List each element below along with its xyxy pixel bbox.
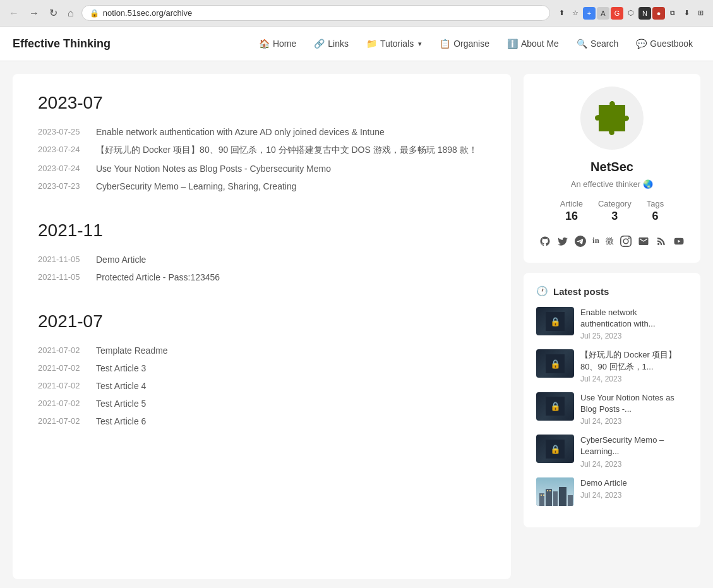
archive-title[interactable]: Use Your Notion Notes as Blog Posts - Cy…: [96, 164, 331, 174]
svg-text:🔒: 🔒: [550, 316, 561, 327]
archive-title[interactable]: CyberSecurity Memo – Learning, Sharing, …: [96, 181, 297, 191]
site-nav: Effective Thinking 🏠 Home 🔗 Links 📁 Tuto…: [0, 27, 713, 61]
svg-rect-13: [568, 495, 573, 506]
clock-icon: 🕐: [536, 285, 548, 297]
nav-links-item[interactable]: 🔗 Links: [306, 33, 356, 54]
archive-title[interactable]: Test Article 3: [96, 363, 146, 373]
archive-title[interactable]: Test Article 4: [96, 381, 146, 391]
back-button[interactable]: ←: [6, 6, 21, 20]
archive-title[interactable]: Test Article 6: [96, 416, 146, 426]
archive-section-2021-11: 2021-11 2021-11-05 Demo Article 2021-11-…: [38, 220, 486, 286]
ext3[interactable]: G: [611, 7, 623, 20]
address-bar[interactable]: 🔒 notion.51sec.org/archive: [81, 5, 550, 21]
latest-post-item[interactable]: 🔒 CyberSecurity Memo – Learning... Jul 2…: [536, 435, 688, 468]
post-title: Use Your Notion Notes as Blog Posts -...: [580, 392, 688, 415]
post-date: Jul 24, 2023: [580, 417, 688, 426]
post-thumbnail: 🔒: [536, 435, 574, 463]
post-title: Demo Article: [580, 477, 688, 489]
archive-year-2021-11: 2021-11: [38, 220, 486, 241]
ext-menu[interactable]: ⊞: [694, 7, 707, 20]
stat-article-value: 16: [565, 210, 578, 223]
latest-post-item[interactable]: 🔒 Use Your Notion Notes as Blog Posts -.…: [536, 392, 688, 426]
nav-about[interactable]: ℹ️ About Me: [500, 33, 566, 54]
archive-item: 2021-07-02 Template Readme: [38, 342, 486, 359]
archive-section-2023-07: 2023-07 2023-07-25 Enable network authen…: [38, 93, 486, 195]
archive-title[interactable]: Test Article 5: [96, 399, 146, 409]
weibo-link[interactable]: 微: [606, 236, 614, 250]
archive-date: 2023-07-23: [38, 181, 88, 191]
nav-guestbook[interactable]: 💬 Guestbook: [628, 33, 700, 54]
github-link[interactable]: [539, 236, 551, 250]
svg-rect-12: [559, 487, 566, 506]
post-thumbnail: 🔒: [536, 392, 574, 421]
archive-title[interactable]: Protected Article - Pass:123456: [96, 272, 220, 282]
puzzle-icon: [590, 96, 634, 140]
twitter-link[interactable]: [557, 236, 568, 250]
site-logo[interactable]: Effective Thinking: [13, 37, 111, 51]
reload-button[interactable]: ↻: [47, 6, 60, 20]
archive-title[interactable]: Enable network authentication with Azure…: [96, 127, 385, 137]
share-icon[interactable]: ⬆: [555, 7, 568, 20]
post-info: CyberSecurity Memo – Learning... Jul 24,…: [580, 435, 688, 468]
archive-date: 2021-11-05: [38, 255, 88, 265]
avatar: [580, 87, 644, 150]
archive-title[interactable]: Demo Article: [96, 255, 146, 265]
nav-organise[interactable]: 📋 Organise: [432, 33, 497, 54]
email-link[interactable]: [638, 236, 649, 250]
ext6[interactable]: ●: [652, 7, 665, 20]
youtube-link[interactable]: [673, 236, 685, 250]
profile-card: NetSec An effective thinker 🌏 Article 16…: [524, 74, 700, 263]
post-info: Demo Article Jul 24, 2023: [580, 477, 688, 500]
latest-post-item[interactable]: 🔒 Enable network authentication with... …: [536, 307, 688, 340]
profile-bio: An effective thinker 🌏: [571, 179, 653, 189]
archive-title[interactable]: Template Readme: [96, 345, 168, 356]
about-icon: ℹ️: [507, 39, 518, 49]
ext2[interactable]: A: [597, 7, 609, 20]
svg-rect-10: [546, 489, 552, 506]
ext4[interactable]: ⬡: [625, 7, 637, 20]
svg-text:🔒: 🔒: [550, 401, 561, 412]
archive-date: 2021-07-02: [38, 416, 88, 426]
nav-home[interactable]: 🏠 Home: [251, 33, 304, 54]
bookmark-icon[interactable]: ☆: [569, 7, 582, 20]
archive-title[interactable]: 【好玩儿的 Docker 项目】80、90 回忆杀，10 分钟搭建复古中文 DO…: [96, 145, 477, 156]
archive-date: 2021-07-02: [38, 399, 88, 409]
telegram-link[interactable]: [575, 236, 586, 250]
nav-home-label: Home: [273, 39, 296, 49]
stat-article-label: Article: [560, 199, 583, 208]
nav-about-label: About Me: [521, 39, 559, 49]
ext5[interactable]: N: [638, 7, 651, 20]
archive-item: 2023-07-23 CyberSecurity Memo – Learning…: [38, 177, 486, 195]
instagram-link[interactable]: [620, 236, 632, 250]
nav-tutorials[interactable]: 📁 Tutorials ▾: [359, 33, 429, 54]
ext1[interactable]: +: [583, 7, 596, 20]
post-title: 【好玩儿的 Docker 项目】80、90 回忆杀，1...: [580, 349, 688, 372]
latest-post-item[interactable]: Demo Article Jul 24, 2023: [536, 477, 688, 506]
latest-post-item[interactable]: 🔒 【好玩儿的 Docker 项目】80、90 回忆杀，1... Jul 24,…: [536, 349, 688, 383]
latest-posts-title: 🕐 Latest posts: [536, 285, 688, 297]
home-button[interactable]: ⌂: [65, 6, 76, 20]
nav-search[interactable]: 🔍 Search: [569, 33, 626, 54]
globe-icon: 🌏: [643, 179, 653, 189]
social-links: in 微: [539, 236, 685, 250]
ext-puzzle[interactable]: ⧉: [666, 7, 679, 20]
svg-rect-16: [547, 490, 548, 491]
post-thumbnail: 🔒: [536, 307, 574, 335]
main-container: 2023-07 2023-07-25 Enable network authen…: [0, 61, 713, 588]
linkedin-link[interactable]: in: [592, 236, 599, 250]
stat-category-value: 3: [611, 210, 618, 223]
post-info: Enable network authentication with... Ju…: [580, 307, 688, 340]
post-info: Use Your Notion Notes as Blog Posts -...…: [580, 392, 688, 426]
archive-date: 2021-07-02: [38, 345, 88, 356]
forward-button[interactable]: →: [27, 6, 42, 20]
post-date: Jul 24, 2023: [580, 491, 688, 500]
stat-tags-value: 6: [652, 210, 658, 223]
address-text: notion.51sec.org/archive: [103, 8, 542, 18]
svg-text:🔒: 🔒: [550, 358, 561, 369]
archive-item: 2021-11-05 Protected Article - Pass:1234…: [38, 268, 486, 286]
rss-link[interactable]: [656, 236, 667, 250]
stat-category-label: Category: [598, 199, 632, 208]
ext-download[interactable]: ⬇: [680, 7, 693, 20]
nav-links-label: Links: [328, 39, 349, 49]
archive-item: 2021-11-05 Demo Article: [38, 251, 486, 268]
